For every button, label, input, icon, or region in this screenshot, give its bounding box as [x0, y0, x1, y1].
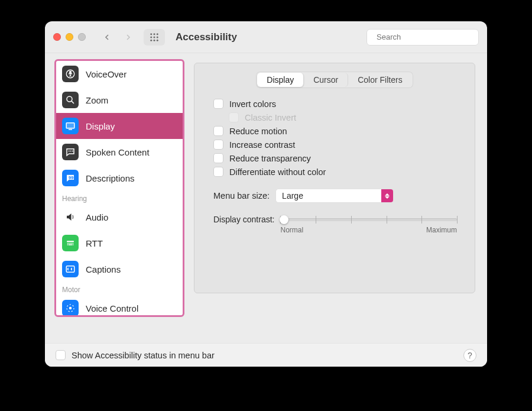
checkbox-icon	[213, 153, 223, 163]
checkbox-icon	[56, 350, 66, 360]
svg-point-1	[154, 33, 155, 35]
zoom-icon	[62, 92, 79, 108]
svg-rect-25	[70, 243, 71, 244]
tab-cursor[interactable]: Cursor	[304, 73, 348, 87]
sidebar-item-label: Voice Control	[86, 303, 138, 313]
svg-rect-15	[66, 123, 74, 128]
checkbox-icon	[213, 99, 223, 109]
sidebar-item-label: Captions	[86, 264, 121, 274]
svg-rect-24	[69, 243, 70, 244]
sidebar-item-label: Spoken Content	[86, 147, 150, 157]
svg-point-32	[69, 307, 72, 310]
svg-point-13	[67, 96, 72, 102]
slider-knob-icon	[280, 215, 288, 224]
sidebar-item-rtt[interactable]: RTT	[56, 230, 183, 256]
voiceover-icon	[62, 66, 79, 82]
svg-point-7	[154, 39, 155, 41]
svg-line-14	[72, 101, 74, 103]
captions-icon	[62, 261, 79, 277]
checkbox-show-status-in-menu-bar[interactable]: Show Accessibility status in menu bar	[56, 350, 215, 360]
search-field[interactable]	[366, 29, 479, 46]
svg-rect-30	[73, 244, 74, 245]
descriptions-icon: 99	[62, 170, 79, 186]
footer: Show Accessibility status in menu bar ?	[45, 343, 487, 367]
checkbox-label: Show Accessibility status in menu bar	[72, 351, 215, 360]
slider-min-label: Normal	[280, 226, 303, 234]
settings-panel: Display Cursor Color Filters Invert colo…	[194, 63, 475, 293]
checkbox-label: Increase contrast	[229, 140, 295, 150]
svg-point-6	[150, 39, 152, 41]
sidebar-item-captions[interactable]: Captions	[56, 256, 183, 282]
menu-bar-size-label: Menu bar size:	[213, 191, 270, 200]
checkbox-label: Invert colors	[229, 99, 276, 109]
svg-point-5	[157, 36, 158, 38]
sidebar-item-descriptions[interactable]: 99 Descriptions	[56, 165, 183, 191]
show-all-button[interactable]	[144, 29, 165, 46]
tab-display[interactable]: Display	[257, 73, 304, 87]
sidebar-item-voice-control[interactable]: Voice Control	[56, 295, 183, 317]
zoom-window-button[interactable]	[78, 33, 86, 41]
display-icon	[62, 118, 79, 134]
slider-max-label: Maximum	[426, 226, 457, 234]
forward-button[interactable]	[121, 30, 135, 45]
svg-point-2	[157, 33, 158, 35]
display-contrast-label: Display contrast:	[213, 215, 274, 224]
svg-point-18	[69, 151, 70, 152]
help-icon: ?	[468, 351, 472, 360]
checkbox-reduce-transparency[interactable]: Reduce transparency	[213, 153, 463, 163]
svg-text:99: 99	[69, 175, 73, 180]
svg-point-12	[70, 72, 72, 73]
checkbox-classic-invert: Classic Invert	[229, 112, 463, 122]
grid-icon	[149, 32, 160, 43]
svg-point-19	[70, 151, 72, 152]
sidebar-section-motor: Motor	[56, 282, 183, 295]
minimize-window-button[interactable]	[66, 33, 73, 41]
checkbox-label: Classic Invert	[245, 113, 296, 122]
sidebar-item-label: VoiceOver	[86, 69, 126, 79]
sidebar-item-zoom[interactable]: Zoom	[56, 87, 183, 113]
voice-control-icon	[62, 300, 79, 316]
help-button[interactable]: ?	[463, 349, 476, 362]
sidebar-section-hearing: Hearing	[56, 191, 183, 204]
window-title: Accessibility	[176, 31, 237, 43]
checkbox-label: Reduce transparency	[229, 154, 311, 163]
sidebar-item-label: Audio	[86, 212, 108, 222]
svg-point-4	[154, 36, 155, 38]
select-stepper-icon	[381, 189, 393, 202]
spoken-content-icon	[62, 144, 79, 160]
sidebar-item-audio[interactable]: Audio	[56, 204, 183, 230]
search-input[interactable]	[375, 32, 477, 42]
menu-bar-size-select[interactable]: Large	[275, 189, 394, 203]
checkbox-differentiate-without-color[interactable]: Differentiate without color	[213, 167, 463, 177]
display-contrast-slider[interactable]	[280, 218, 457, 221]
rtt-icon	[62, 235, 79, 251]
checkbox-icon	[213, 167, 223, 177]
checkbox-icon	[213, 140, 223, 150]
back-button[interactable]	[100, 30, 114, 45]
sidebar-item-label: Descriptions	[86, 173, 135, 183]
sidebar: VoiceOver Zoom Display	[54, 59, 184, 317]
svg-point-0	[150, 33, 152, 35]
sidebar-item-label: Zoom	[86, 95, 108, 105]
checkbox-icon	[213, 126, 223, 136]
select-value: Large	[282, 191, 303, 200]
svg-rect-29	[69, 244, 72, 245]
audio-icon	[62, 209, 79, 225]
sidebar-item-label: RTT	[86, 238, 103, 248]
checkbox-increase-contrast[interactable]: Increase contrast	[213, 140, 463, 150]
tab-color-filters[interactable]: Color Filters	[348, 73, 411, 87]
sidebar-item-spoken-content[interactable]: Spoken Content	[56, 139, 183, 165]
tab-bar: Display Cursor Color Filters	[256, 72, 413, 88]
preferences-window: Accessibility VoiceOver	[45, 21, 487, 367]
titlebar: Accessibility	[45, 21, 487, 53]
close-window-button[interactable]	[53, 33, 61, 41]
checkbox-reduce-motion[interactable]: Reduce motion	[213, 126, 463, 136]
svg-rect-22	[67, 241, 74, 242]
sidebar-item-display[interactable]: Display	[56, 113, 183, 139]
svg-point-20	[72, 151, 73, 152]
checkbox-icon	[229, 112, 239, 122]
checkbox-label: Differentiate without color	[229, 167, 326, 177]
sidebar-item-voiceover[interactable]: VoiceOver	[56, 61, 183, 87]
checkbox-invert-colors[interactable]: Invert colors	[213, 99, 463, 109]
sidebar-item-label: Display	[86, 121, 115, 131]
